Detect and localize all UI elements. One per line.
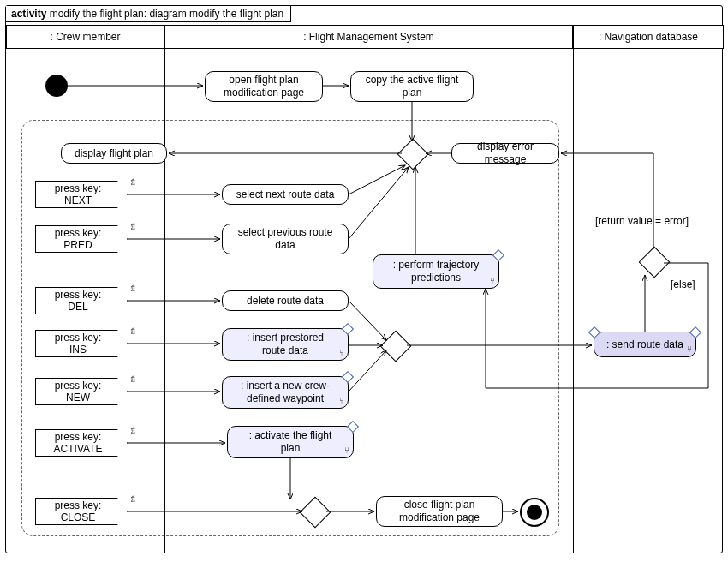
lightning-icon: ⇯ (129, 326, 136, 336)
guard-error: [return value = error] (595, 215, 689, 227)
rake-icon: ⑂ (687, 344, 692, 356)
signal-new: press key: NEW (35, 378, 128, 405)
rake-icon: ⑂ (344, 445, 349, 457)
signal-activate: press key: ACTIVATE (35, 429, 128, 457)
decision-return (639, 247, 671, 278)
frame-title: activity modify the flight plan: diagram… (6, 6, 291, 22)
pin-icon (689, 326, 701, 338)
signal-close: press key: CLOSE (35, 498, 128, 525)
action-select-prev: select previous route data (222, 224, 349, 254)
lane-header-fms: : Flight Management System (164, 25, 573, 49)
lightning-icon: ⇯ (129, 374, 136, 384)
call-activate-plan: : activate the flight plan ⑂ (227, 426, 354, 458)
lightning-icon: ⇯ (129, 284, 136, 293)
lightning-icon: ⇯ (129, 426, 136, 435)
action-open-page: open flight plan modification page (205, 71, 323, 102)
activity-frame: activity modify the flight plan: diagram… (5, 5, 723, 553)
guard-else: [else] (671, 278, 695, 290)
lane-header-crew: : Crew member (6, 25, 164, 49)
signal-pred: press key: PRED (35, 225, 128, 253)
rake-icon: ⑂ (339, 396, 344, 407)
lane-header-nav: : Navigation database (573, 25, 724, 49)
initial-node (45, 75, 68, 97)
action-display-plan: display flight plan (61, 143, 167, 164)
rake-icon: ⑂ (339, 348, 344, 359)
final-node (520, 498, 549, 527)
action-select-next: select next route data (222, 184, 349, 205)
lightning-icon: ⇯ (129, 222, 136, 231)
call-insert-crew-wp: : insert a new crew- defined waypoint ⑂ (222, 376, 349, 409)
action-copy-plan: copy the active flight plan (350, 71, 474, 102)
rake-icon: ⑂ (490, 276, 495, 287)
action-delete-route: delete route data (222, 290, 349, 311)
diagram-canvas: activity modify the flight plan: diagram… (0, 0, 728, 580)
action-display-error: display error message (451, 143, 559, 164)
signal-next: press key: NEXT (35, 181, 128, 208)
pin-icon (588, 326, 600, 338)
call-insert-prestored: : insert prestored route data ⑂ (222, 328, 349, 361)
lane-sep-2 (573, 49, 574, 553)
lightning-icon: ⇯ (129, 494, 136, 504)
call-send-route: : send route data ⑂ (594, 332, 696, 357)
call-perform-predictions: : perform trajectory predictions ⑂ (373, 254, 499, 289)
final-node-inner (527, 505, 542, 520)
signal-ins: press key: INS (35, 330, 128, 357)
signal-del: press key: DEL (35, 287, 128, 314)
action-close-page: close flight plan modification page (376, 496, 503, 527)
lightning-icon: ⇯ (129, 177, 136, 187)
